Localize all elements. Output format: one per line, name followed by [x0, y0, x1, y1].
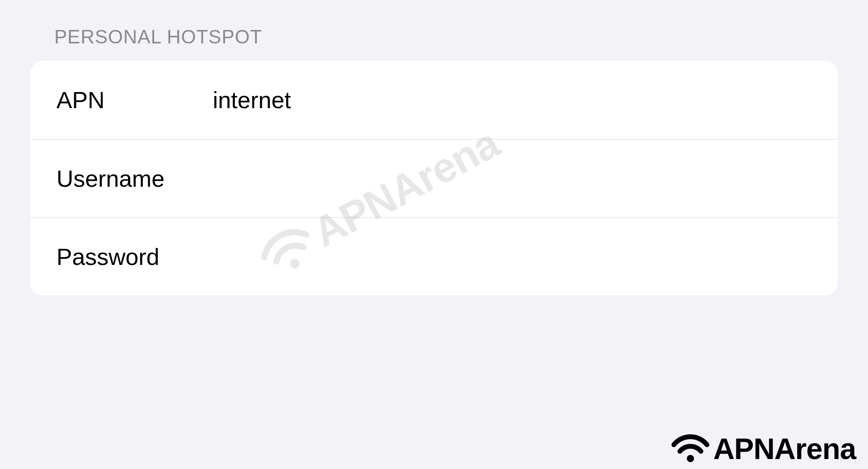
brand-badge: APNArena — [671, 432, 856, 466]
username-label: Username — [56, 165, 213, 192]
section-header-personal-hotspot: PERSONAL HOTSPOT — [0, 0, 868, 61]
apn-label: APN — [56, 86, 213, 113]
password-label: Password — [56, 243, 213, 270]
svg-point-1 — [686, 455, 694, 462]
settings-group: APN Username Password — [30, 61, 838, 295]
apn-input[interactable] — [213, 86, 812, 113]
username-input[interactable] — [213, 165, 812, 192]
settings-row-username[interactable]: Username — [30, 139, 838, 217]
password-input[interactable] — [213, 243, 812, 270]
wifi-icon — [671, 432, 710, 465]
settings-row-password[interactable]: Password — [30, 217, 838, 295]
brand-text: APNArena — [713, 432, 856, 466]
settings-row-apn[interactable]: APN — [30, 61, 838, 139]
